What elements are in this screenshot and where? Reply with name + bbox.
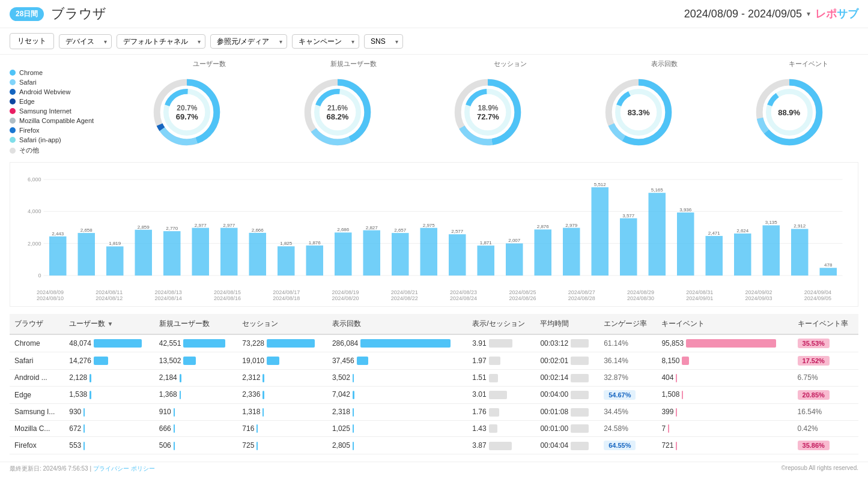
cell-key-rate: 35.53% xyxy=(793,334,858,352)
cell-avg-time: 00:01:08 xyxy=(535,403,599,420)
footer-left: 最終更新日: 2024/9/6 7:56:53 | プライバシー ポリシー xyxy=(10,465,155,473)
cell-views-per-session: 1.76 xyxy=(467,403,535,420)
svg-rect-60 xyxy=(420,228,438,276)
svg-rect-44 xyxy=(192,228,210,276)
donut-sessions-chart: 18.9% 72.7% xyxy=(449,73,527,151)
cell-key-rate: 16.54% xyxy=(793,403,858,420)
legend-chrome: Chrome xyxy=(10,69,118,76)
cell-views-per-session: 1.43 xyxy=(467,420,535,437)
svg-text:2,007: 2,007 xyxy=(508,238,521,243)
col-users[interactable]: ユーザー数 ▼ xyxy=(64,314,154,334)
svg-rect-48 xyxy=(249,233,267,276)
campaign-filter-wrap: キャンペーン xyxy=(292,34,359,49)
cell-views-per-session: 3.91 xyxy=(467,334,535,352)
cell-views: 2,318 xyxy=(327,403,467,420)
cell-sessions: 2,336 xyxy=(237,386,327,403)
svg-rect-46 xyxy=(220,228,238,276)
svg-text:3,135: 3,135 xyxy=(765,220,778,225)
svg-text:2,975: 2,975 xyxy=(423,223,436,228)
donut-views-label: 表示回数 xyxy=(651,59,678,68)
svg-text:4,000: 4,000 xyxy=(28,208,41,214)
svg-text:5,165: 5,165 xyxy=(651,187,664,193)
donut-views: 表示回数 83.3% xyxy=(599,59,678,151)
donut-charts-container: ユーザー数 20.7% 69.7% xyxy=(118,59,858,151)
cell-browser: Samsung I... xyxy=(10,403,64,420)
cell-sessions: 2,312 xyxy=(237,370,327,387)
cell-views: 3,502 xyxy=(327,370,467,387)
cell-browser: Safari xyxy=(10,352,64,370)
svg-rect-52 xyxy=(306,246,324,276)
donut-key-events-chart: 88.9% xyxy=(750,73,828,151)
header-left: 28日間 ブラウザ xyxy=(10,5,106,23)
cell-avg-time: 00:04:04 xyxy=(535,437,599,454)
cell-engage: 34.45% xyxy=(599,403,657,420)
legend-safari-inapp-label: Safari (in-app) xyxy=(19,136,61,143)
svg-text:2,977: 2,977 xyxy=(223,223,235,228)
col-views: 表示回数 xyxy=(327,314,467,334)
cell-new-users: 42,551 xyxy=(154,334,238,352)
cell-views-per-session: 1.97 xyxy=(467,352,535,370)
cell-sessions: 1,318 xyxy=(237,403,327,420)
svg-text:2,876: 2,876 xyxy=(537,224,550,229)
svg-text:2,979: 2,979 xyxy=(565,223,578,228)
safari-dot xyxy=(10,79,16,85)
device-filter[interactable]: デバイス xyxy=(59,34,112,49)
svg-text:1,825: 1,825 xyxy=(280,241,293,246)
legend-edge: Edge xyxy=(10,98,118,105)
donut-users: ユーザー数 20.7% 69.7% xyxy=(148,59,226,151)
svg-rect-72 xyxy=(592,187,609,276)
svg-text:2,577: 2,577 xyxy=(451,229,464,234)
source-filter[interactable]: 参照元/メディア xyxy=(210,34,287,49)
cell-key-rate: 6.75% xyxy=(793,370,858,387)
privacy-link[interactable]: プライバシー ポリシー xyxy=(93,465,155,472)
svg-text:2,666: 2,666 xyxy=(252,227,264,233)
charts-section: Chrome Safari Android Webview Edge Samsu… xyxy=(10,59,858,157)
cell-sessions: 73,228 xyxy=(237,334,327,352)
svg-text:2,686: 2,686 xyxy=(337,227,350,232)
legend-safari-label: Safari xyxy=(19,79,37,86)
cell-views-per-session: 1.51 xyxy=(467,370,535,387)
legend-safari: Safari xyxy=(10,79,118,86)
cell-key-events: 1,508 xyxy=(657,386,792,403)
legend-android-label: Android Webview xyxy=(19,88,70,95)
svg-text:2,827: 2,827 xyxy=(366,225,378,230)
col-key-events: キーイベント xyxy=(657,314,792,334)
cell-new-users: 2,184 xyxy=(154,370,238,387)
cell-key-rate: 20.85% xyxy=(793,386,858,403)
svg-rect-34 xyxy=(49,236,67,276)
svg-text:5,512: 5,512 xyxy=(594,182,607,187)
table-header-row: ブラウザ ユーザー数 ▼ 新規ユーザー数 セッション 表示回数 表示/セッション… xyxy=(10,314,858,334)
cell-views: 7,042 xyxy=(327,386,467,403)
cell-browser: Firefox xyxy=(10,437,64,454)
svg-rect-82 xyxy=(734,233,751,276)
footer: 最終更新日: 2024/9/6 7:56:53 | プライバシー ポリシー ©r… xyxy=(0,462,868,475)
page-title: ブラウザ xyxy=(51,5,106,23)
cell-avg-time: 00:02:14 xyxy=(535,370,599,387)
last-updated: 最終更新日: 2024/9/6 7:56:53 | xyxy=(10,465,91,472)
dropdown-icon[interactable]: ▾ xyxy=(807,10,810,18)
android-dot xyxy=(10,89,16,95)
legend-android: Android Webview xyxy=(10,88,118,95)
legend-safari-inapp: Safari (in-app) xyxy=(10,136,118,143)
cell-sessions: 19,010 xyxy=(237,352,327,370)
cell-key-events: 399 xyxy=(657,403,792,420)
donut-new-users-label: 新規ユーザー数 xyxy=(330,59,377,68)
svg-text:2,624: 2,624 xyxy=(736,228,749,233)
bar-chart: 02,0004,0006,0002,4432,6581,8192,8592,77… xyxy=(15,167,853,288)
cell-engage: 24.58% xyxy=(599,420,657,437)
cell-views: 1,025 xyxy=(327,420,467,437)
reset-button[interactable]: リセット xyxy=(10,33,54,49)
campaign-filter[interactable]: キャンペーン xyxy=(292,34,359,49)
channel-filter[interactable]: デフォルトチャネル xyxy=(117,34,205,49)
cell-key-rate: 0.42% xyxy=(793,420,858,437)
cell-views-per-session: 3.01 xyxy=(467,386,535,403)
cell-views: 286,084 xyxy=(327,334,467,352)
sns-filter[interactable]: SNS xyxy=(364,34,403,49)
cell-avg-time: 00:01:00 xyxy=(535,420,599,437)
svg-text:6,000: 6,000 xyxy=(28,176,41,182)
donut-key-events-label: キーイベント xyxy=(789,59,828,68)
svg-rect-68 xyxy=(535,229,552,276)
source-filter-wrap: 参照元/メディア xyxy=(210,34,287,49)
svg-rect-56 xyxy=(363,230,381,276)
firefox-dot xyxy=(10,127,16,133)
